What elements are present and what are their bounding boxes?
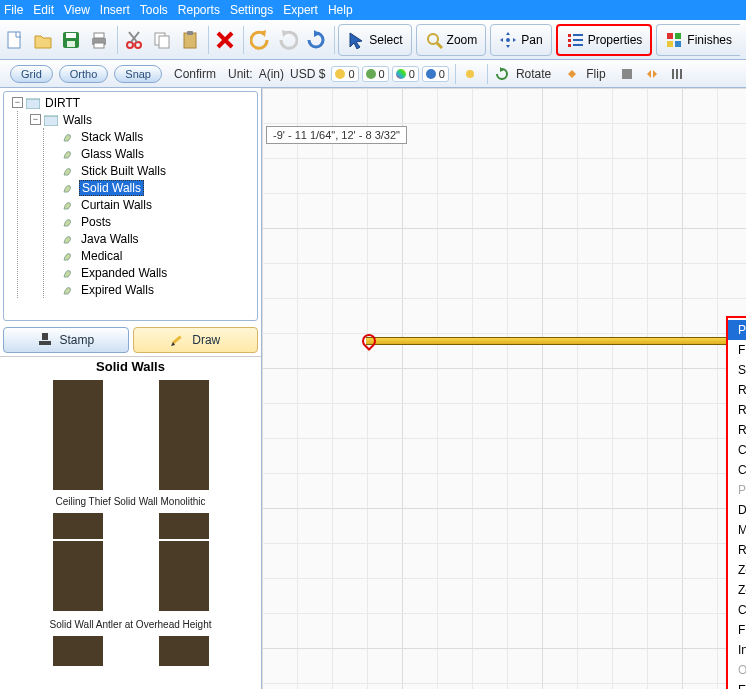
sun-toggle[interactable] <box>459 63 481 85</box>
print-button[interactable] <box>86 24 112 56</box>
tree-item[interactable]: Glass Walls <box>44 145 257 162</box>
context-menu-item[interactable]: Refresh selected items <box>728 400 746 420</box>
extras-2[interactable] <box>641 63 663 85</box>
rotate-label[interactable]: Rotate <box>516 67 551 81</box>
tree-item[interactable]: Stick Built Walls <box>44 162 257 179</box>
cut-button[interactable] <box>121 24 147 56</box>
tree-item[interactable]: Stack Walls <box>44 128 257 145</box>
redo-button[interactable] <box>275 24 301 56</box>
context-menu-item[interactable]: Select All <box>728 360 746 380</box>
tree-item[interactable]: Expanded Walls <box>44 264 257 281</box>
tree-item-label[interactable]: Stack Walls <box>79 130 145 144</box>
status-chip-0[interactable]: 0 <box>331 66 358 82</box>
tree-item-label[interactable]: Posts <box>79 215 113 229</box>
new-file-button[interactable] <box>2 24 28 56</box>
unit-value[interactable]: A(in) <box>259 67 284 81</box>
collapse-icon[interactable]: − <box>12 97 23 108</box>
ortho-toggle[interactable]: Ortho <box>59 65 109 83</box>
tree-root[interactable]: DIRTT <box>43 96 82 110</box>
wall-thumbnail-icon <box>159 541 209 611</box>
context-menu-item[interactable]: Instawall <box>728 640 746 660</box>
drawn-wall-segment[interactable] <box>366 337 746 345</box>
context-menu-item[interactable]: Refresh drawing <box>728 380 746 400</box>
context-menu-item[interactable]: Finishes <box>728 340 746 360</box>
menu-view[interactable]: View <box>64 3 90 17</box>
menu-expert[interactable]: Expert <box>283 3 318 17</box>
rotate-icon <box>495 67 509 81</box>
palette-item[interactable] <box>134 513 234 613</box>
zoom-tool-button[interactable]: Zoom <box>416 24 487 56</box>
menu-edit[interactable]: Edit <box>33 3 54 17</box>
context-menu-item[interactable]: Export to i3Dx... <box>728 680 746 689</box>
context-menu-item[interactable]: Properties <box>728 320 746 340</box>
menu-help[interactable]: Help <box>328 3 353 17</box>
collapse-icon[interactable]: − <box>30 114 41 125</box>
context-menu-item[interactable]: Delete <box>728 500 746 520</box>
tree-item-label[interactable]: Medical <box>79 249 124 263</box>
tree-item[interactable]: Posts <box>44 213 257 230</box>
grid-toggle[interactable]: Grid <box>10 65 53 83</box>
copy-button[interactable] <box>149 24 175 56</box>
context-menu-item[interactable]: Flip <box>728 620 746 640</box>
stamp-button[interactable]: Stamp <box>3 327 129 353</box>
menu-tools[interactable]: Tools <box>140 3 168 17</box>
status-chip-1[interactable]: 0 <box>362 66 389 82</box>
context-menu-item[interactable]: Move <box>728 520 746 540</box>
context-menu-item[interactable]: Create Elevation <box>728 600 746 620</box>
folder-icon <box>44 114 58 126</box>
status-chip-3[interactable]: 0 <box>422 66 449 82</box>
leaf-icon <box>62 148 76 160</box>
tree-item-label[interactable]: Expanded Walls <box>79 266 169 280</box>
context-menu-item[interactable]: Zoom to in 3D <box>728 580 746 600</box>
context-menu-item[interactable]: Zoom to in Plan View <box>728 560 746 580</box>
properties-tool-button[interactable]: Properties <box>556 24 653 56</box>
tree-item-label[interactable]: Stick Built Walls <box>79 164 168 178</box>
confirm-label[interactable]: Confirm <box>174 67 216 81</box>
extras-3[interactable] <box>666 63 688 85</box>
tree-item[interactable]: Solid Walls <box>44 179 257 196</box>
palette-item[interactable] <box>28 380 128 490</box>
menu-insert[interactable]: Insert <box>100 3 130 17</box>
tree-item-label[interactable]: Curtain Walls <box>79 198 154 212</box>
status-chip-2[interactable]: 0 <box>392 66 419 82</box>
open-file-button[interactable] <box>30 24 56 56</box>
tree-walls[interactable]: Walls <box>61 113 94 127</box>
context-menu-item[interactable]: Cut <box>728 440 746 460</box>
finishes-tool-button[interactable]: Finishes <box>656 24 740 56</box>
flip-label[interactable]: Flip <box>586 67 605 81</box>
menu-reports[interactable]: Reports <box>178 3 220 17</box>
delete-button[interactable] <box>212 24 238 56</box>
tree[interactable]: −DIRTT −Walls Stack WallsGlass WallsStic… <box>4 92 257 300</box>
flip-action[interactable] <box>561 63 583 85</box>
refresh-button[interactable] <box>303 24 329 56</box>
tree-item-label[interactable]: Java Walls <box>79 232 141 246</box>
rotate-action[interactable] <box>491 63 513 85</box>
tree-item[interactable]: Medical <box>44 247 257 264</box>
tree-item-label[interactable]: Expired Walls <box>79 283 156 297</box>
tree-item-label[interactable]: Glass Walls <box>79 147 146 161</box>
paste-button[interactable] <box>177 24 203 56</box>
palette-item[interactable] <box>28 636 128 666</box>
save-button[interactable] <box>58 24 84 56</box>
palette-item[interactable] <box>134 636 234 666</box>
menu-settings[interactable]: Settings <box>230 3 273 17</box>
palette-item[interactable] <box>28 513 128 613</box>
palette-item[interactable] <box>134 380 234 490</box>
snap-toggle[interactable]: Snap <box>114 65 162 83</box>
pan-tool-button[interactable]: Pan <box>490 24 551 56</box>
tree-item-label[interactable]: Solid Walls <box>79 180 144 196</box>
tree-item[interactable]: Curtain Walls <box>44 196 257 213</box>
draw-button[interactable]: Draw <box>133 327 259 353</box>
undo-button[interactable] <box>247 24 273 56</box>
tree-item[interactable]: Java Walls <box>44 230 257 247</box>
drawing-canvas[interactable]: -9' - 11 1/64", 12' - 8 3/32" Properties… <box>262 88 746 689</box>
context-menu-item[interactable]: Copy <box>728 460 746 480</box>
tree-item[interactable]: Expired Walls <box>44 281 257 298</box>
menu-file[interactable]: File <box>4 3 23 17</box>
wall-endpoint-handle[interactable] <box>362 334 376 348</box>
context-menu-item[interactable]: Rotate <box>728 540 746 560</box>
select-tool-button[interactable]: Select <box>338 24 411 56</box>
currency-value[interactable]: USD $ <box>290 67 325 81</box>
extras-1[interactable] <box>616 63 638 85</box>
context-menu-item[interactable]: Reset view <box>728 420 746 440</box>
